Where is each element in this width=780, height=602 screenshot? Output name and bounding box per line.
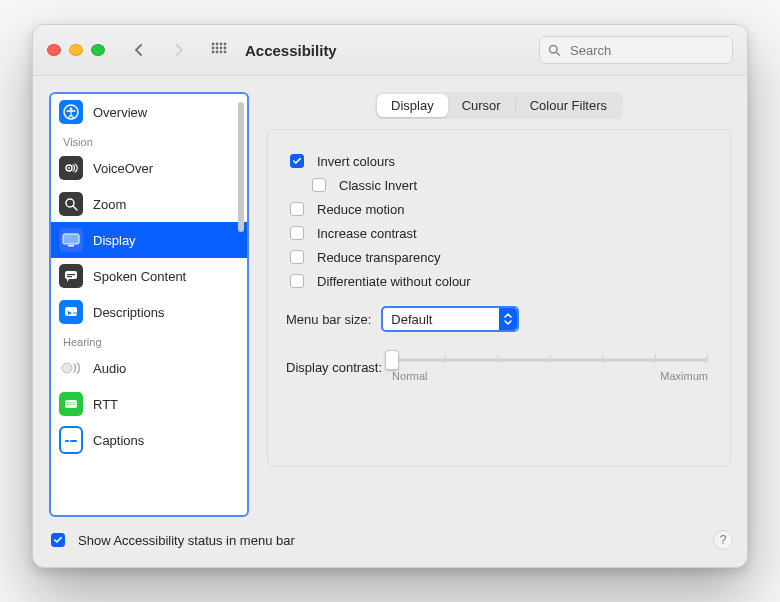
svg-rect-35 — [69, 404, 70, 405]
chevron-left-icon — [133, 43, 145, 57]
tab-display[interactable]: Display — [377, 94, 448, 117]
footer: Show Accessibility status in menu bar ? — [33, 517, 747, 567]
sidebar-scrollbar[interactable] — [238, 100, 244, 509]
check-increase-contrast-input[interactable] — [290, 226, 304, 240]
display-contrast-slider[interactable] — [392, 352, 708, 368]
svg-rect-29 — [67, 402, 68, 403]
tab-segmented: Display Cursor Colour Filters — [375, 92, 623, 119]
chevrons-up-down-icon — [499, 308, 517, 330]
close-button[interactable] — [47, 44, 61, 56]
check-status-menu-bar[interactable]: Show Accessibility status in menu bar — [47, 529, 295, 551]
check-classic-invert-input[interactable] — [312, 178, 326, 192]
field-display-contrast: Display contrast: Normal Maximum — [286, 352, 708, 382]
slider-knob[interactable] — [385, 350, 399, 370]
forward-button[interactable] — [165, 38, 193, 62]
svg-rect-31 — [71, 402, 72, 403]
svg-rect-20 — [68, 245, 74, 247]
slider-min-label: Normal — [392, 370, 427, 382]
check-label: Increase contrast — [317, 226, 417, 241]
spoken-content-icon — [59, 264, 83, 288]
grid-icon — [211, 42, 227, 58]
window-controls — [47, 44, 105, 56]
sidebar-item-rtt[interactable]: RTT — [51, 386, 247, 422]
accessibility-icon — [59, 100, 83, 124]
prefs-window: Accessibility Overview Vision — [32, 24, 748, 568]
chevron-right-icon — [173, 43, 185, 57]
search-input[interactable] — [568, 42, 724, 59]
svg-rect-33 — [75, 402, 76, 403]
field-label: Menu bar size: — [286, 312, 371, 327]
check-diff-without-colour-input[interactable] — [290, 274, 304, 288]
help-button[interactable]: ? — [713, 530, 733, 550]
page-title: Accessibility — [245, 42, 337, 59]
content: Overview Vision VoiceOver Zoom — [33, 76, 747, 517]
sidebar-item-descriptions[interactable]: Descriptions — [51, 294, 247, 330]
svg-point-2 — [220, 43, 223, 46]
check-label: Invert colours — [317, 154, 395, 169]
show-all-button[interactable] — [205, 38, 233, 62]
check-reduce-transparency-input[interactable] — [290, 250, 304, 264]
svg-point-10 — [220, 51, 223, 54]
svg-rect-32 — [73, 402, 74, 403]
popup-value: Default — [391, 312, 491, 327]
svg-point-5 — [216, 47, 219, 50]
display-icon — [59, 228, 83, 252]
svg-rect-30 — [69, 402, 70, 403]
slider-max-label: Maximum — [660, 370, 708, 382]
svg-rect-39 — [65, 440, 69, 442]
menu-bar-size-popup[interactable]: Default — [381, 306, 519, 332]
check-invert-colours-input[interactable] — [290, 154, 304, 168]
svg-point-0 — [212, 43, 215, 46]
rtt-icon — [59, 392, 83, 416]
check-label: Reduce motion — [317, 202, 404, 217]
sidebar-item-label: Spoken Content — [93, 269, 186, 284]
sidebar-item-spoken[interactable]: Spoken Content — [51, 258, 247, 294]
check-diff-without-colour[interactable]: Differentiate without colour — [286, 270, 708, 292]
svg-point-25 — [73, 312, 75, 314]
minimize-button[interactable] — [69, 44, 83, 56]
sidebar-section-hearing: Hearing — [51, 330, 247, 350]
descriptions-icon — [59, 300, 83, 324]
tab-colour-filters[interactable]: Colour Filters — [516, 94, 621, 117]
check-status-menu-bar-input[interactable] — [51, 533, 65, 547]
svg-rect-36 — [71, 404, 72, 405]
svg-rect-37 — [73, 404, 74, 405]
check-classic-invert[interactable]: Classic Invert — [308, 174, 708, 196]
zoom-button[interactable] — [91, 44, 105, 56]
check-increase-contrast[interactable]: Increase contrast — [286, 222, 708, 244]
check-invert-colours[interactable]: Invert colours — [286, 150, 708, 172]
svg-point-1 — [216, 43, 219, 46]
sidebar-item-captions[interactable]: Captions — [51, 422, 247, 458]
tab-cursor[interactable]: Cursor — [448, 94, 515, 117]
check-label: Reduce transparency — [317, 250, 441, 265]
svg-rect-38 — [75, 404, 76, 405]
sidebar-item-label: Display — [93, 233, 136, 248]
sidebar-item-overview[interactable]: Overview — [51, 94, 247, 130]
audio-icon — [59, 356, 83, 380]
check-reduce-motion[interactable]: Reduce motion — [286, 198, 708, 220]
search-field[interactable] — [539, 36, 733, 64]
check-reduce-transparency[interactable]: Reduce transparency — [286, 246, 708, 268]
captions-icon — [59, 426, 83, 454]
titlebar: Accessibility — [33, 25, 747, 76]
detail-panel: Display Cursor Colour Filters Invert col… — [267, 92, 731, 517]
sidebar-item-display[interactable]: Display — [51, 222, 247, 258]
field-label: Display contrast: — [286, 360, 382, 375]
sidebar-item-audio[interactable]: Audio — [51, 350, 247, 386]
svg-point-27 — [62, 363, 72, 373]
sidebar-item-label: Zoom — [93, 197, 126, 212]
svg-point-16 — [68, 167, 70, 169]
svg-point-7 — [224, 47, 227, 50]
sidebar-item-voiceover[interactable]: VoiceOver — [51, 150, 247, 186]
sidebar-item-zoom[interactable]: Zoom — [51, 186, 247, 222]
sidebar-section-vision: Vision — [51, 130, 247, 150]
check-label: Classic Invert — [339, 178, 417, 193]
check-reduce-motion-input[interactable] — [290, 202, 304, 216]
svg-rect-18 — [63, 234, 79, 244]
back-button[interactable] — [125, 38, 153, 62]
svg-point-3 — [224, 43, 227, 46]
svg-point-26 — [75, 312, 77, 314]
sidebar-item-label: Descriptions — [93, 305, 165, 320]
svg-rect-34 — [67, 404, 68, 405]
field-menu-bar-size: Menu bar size: Default — [286, 306, 708, 332]
